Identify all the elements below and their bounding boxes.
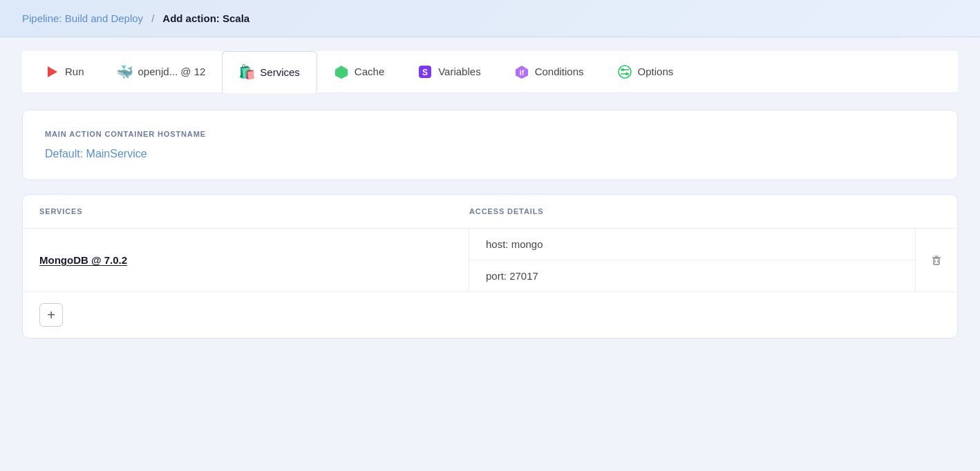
add-service-container: + [23, 292, 957, 338]
tab-variables[interactable]: S Variables [401, 52, 497, 93]
main-content: Run 🐳 openjd... @ 12 🛍️ Services Cache [0, 37, 980, 366]
svg-text:if: if [519, 68, 524, 77]
breadcrumb-separator: / [151, 12, 154, 24]
tab-cache-label: Cache [355, 66, 384, 77]
breadcrumb-link[interactable]: Pipeline: Build and Deploy [22, 12, 143, 24]
svg-point-6 [619, 66, 631, 78]
services-table-header: SERVICES ACCESS DETAILS [23, 195, 957, 229]
tab-services[interactable]: 🛍️ Services [222, 51, 317, 93]
tab-options[interactable]: Options [601, 52, 690, 93]
service-actions-cell [916, 229, 957, 291]
breadcrumb-header: Pipeline: Build and Deploy / Add action:… [0, 0, 980, 37]
add-icon: + [47, 308, 55, 322]
tab-variables-label: Variables [438, 66, 480, 77]
conditions-icon: if [514, 64, 529, 79]
access-detail-port: port: 27017 [469, 260, 915, 291]
hostname-label: MAIN ACTION CONTAINER HOSTNAME [45, 130, 935, 138]
tabs-bar: Run 🐳 openjd... @ 12 🛍️ Services Cache [22, 51, 958, 93]
docker-icon: 🐳 [117, 64, 133, 79]
svg-point-9 [621, 68, 624, 71]
table-row: MongoDB @ 7.0.2 host: mongo port: 27017 [23, 229, 957, 292]
hostname-card: MAIN ACTION CONTAINER HOSTNAME Default: … [22, 110, 958, 180]
variables-icon: S [417, 64, 433, 79]
tab-conditions[interactable]: if Conditions [498, 52, 601, 93]
page-title: Add action: Scala [162, 12, 249, 24]
svg-point-10 [625, 73, 628, 75]
run-icon [44, 64, 59, 79]
bag-icon: 🛍️ [239, 64, 254, 79]
tab-services-label: Services [260, 66, 300, 78]
service-name-link[interactable]: MongoDB @ 7.0.2 [39, 254, 127, 266]
tab-cache[interactable]: Cache [317, 52, 401, 93]
add-service-button[interactable]: + [39, 303, 63, 327]
tab-openjd[interactable]: 🐳 openjd... @ 12 [101, 52, 223, 93]
svg-text:S: S [422, 68, 428, 77]
services-col-header: SERVICES [39, 207, 469, 215]
service-name-cell: MongoDB @ 7.0.2 [23, 229, 469, 291]
delete-service-button[interactable] [926, 250, 947, 271]
cache-icon [334, 64, 349, 79]
hostname-value: Default: MainService [45, 148, 935, 160]
access-col-header: ACCESS DETAILS [469, 207, 899, 215]
svg-marker-1 [335, 66, 348, 79]
svg-marker-0 [48, 66, 57, 77]
tab-options-label: Options [638, 66, 674, 77]
svg-rect-11 [934, 258, 939, 265]
tab-openjd-label: openjd... @ 12 [138, 66, 206, 77]
trash-icon [930, 254, 943, 267]
tab-conditions-label: Conditions [535, 66, 584, 77]
options-icon [617, 64, 632, 79]
services-card: SERVICES ACCESS DETAILS MongoDB @ 7.0.2 … [22, 194, 958, 338]
access-detail-host: host: mongo [469, 229, 915, 260]
service-access-cell: host: mongo port: 27017 [469, 229, 916, 291]
tab-run[interactable]: Run [28, 52, 101, 93]
tab-run-label: Run [65, 66, 84, 77]
